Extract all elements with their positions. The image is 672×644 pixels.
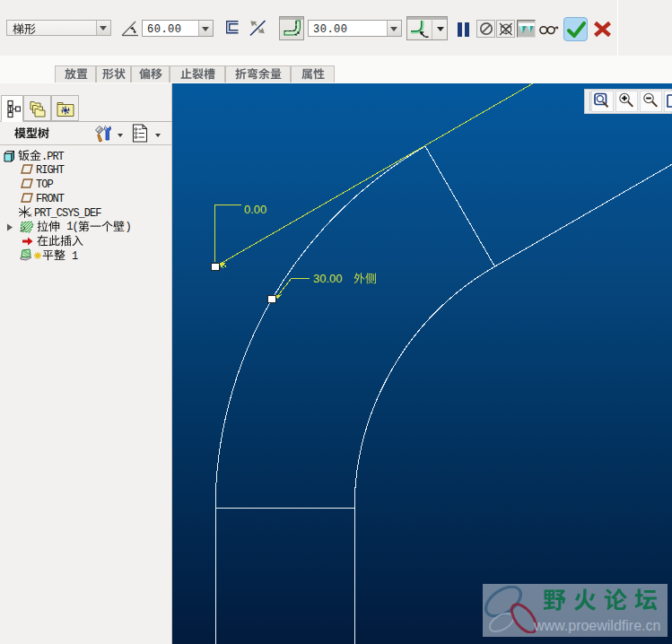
- svg-text:30.00: 30.00: [313, 272, 343, 285]
- svg-text:0.00: 0.00: [244, 203, 266, 216]
